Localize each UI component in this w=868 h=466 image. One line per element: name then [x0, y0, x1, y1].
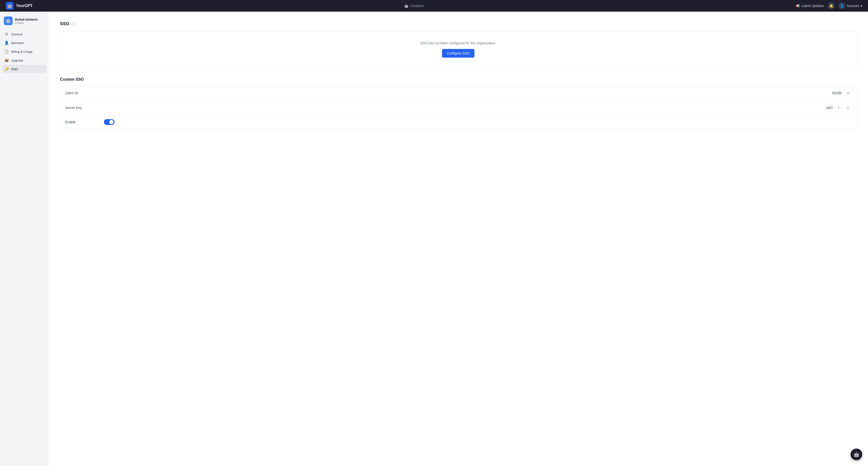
chat-fab-icon: 🤖	[854, 452, 860, 457]
upgrade-icon: 📦	[4, 58, 9, 62]
secret-key-value: efd7	[104, 106, 836, 110]
general-icon: ⚙	[4, 32, 9, 36]
app-name: YourGPT	[16, 4, 32, 8]
main-content: SSO i SSO has not been configured for th…	[49, 12, 868, 466]
sso-section-title: SSO i	[60, 21, 857, 26]
sso-label: SSO	[11, 67, 18, 71]
topnav-center: 🤖 Chatbots	[404, 4, 424, 8]
org-chevron-icon: ⌃	[42, 19, 44, 23]
chat-fab-button[interactable]: 🤖	[850, 448, 862, 460]
copy-icon: ⧉	[847, 91, 849, 95]
sso-notice-box: SSO has not been configured for this org…	[60, 31, 857, 68]
members-label: Members	[11, 41, 24, 45]
org-selector[interactable]: 🏢 Delta4 Infotech Creator ⌃	[0, 14, 48, 27]
sidebar-item-billing[interactable]: 📋 Billing & Usage	[2, 48, 46, 56]
bell-icon: 🔔	[829, 4, 833, 8]
secret-key-label: Secret Key	[65, 106, 104, 110]
org-role: Creator	[15, 21, 39, 24]
topnav-logo-area: 🤖 YourGPT	[6, 2, 32, 10]
sidebar: 🏢 Delta4 Infotech Creator ⌃ ⚙ General 👤 …	[0, 12, 49, 466]
chatbots-icon: 🤖	[404, 4, 408, 8]
user-icon: 👤	[840, 4, 844, 8]
app-layout: 🏢 Delta4 Infotech Creator ⌃ ⚙ General 👤 …	[0, 0, 868, 466]
org-info: Delta4 Infotech Creator	[15, 18, 39, 24]
topnav-right: 📢 Latest Updates 🔔 👤 Account ▾	[796, 2, 862, 9]
client-id-actions: ⧉	[844, 90, 851, 96]
billing-icon: 📋	[4, 50, 9, 54]
megaphone-icon: 📢	[796, 4, 800, 8]
account-chevron-icon: ▾	[861, 4, 862, 8]
enable-row: Enable	[60, 115, 856, 129]
configure-sso-button[interactable]: Configure SSO	[442, 49, 474, 58]
general-label: General	[11, 32, 22, 36]
sidebar-item-sso[interactable]: 🔑 SSO	[2, 65, 46, 73]
app-logo-icon: 🤖	[6, 2, 13, 10]
billing-label: Billing & Usage	[11, 50, 32, 54]
refresh-icon: ↻	[838, 106, 841, 110]
secret-key-row: Secret Key efd7 ↻ ⧉	[60, 100, 856, 115]
enable-label: Enable	[65, 120, 104, 124]
account-avatar: 👤	[838, 2, 845, 9]
custom-sso-box: Client ID 932d5 ⧉ Secret Key efd7 ↻	[60, 86, 857, 129]
client-id-value: 932d5	[104, 91, 844, 95]
sidebar-nav: ⚙ General 👤 Members 📋 Billing & Usage 📦 …	[0, 29, 48, 74]
sso-notice-text: SSO has not been configured for this org…	[66, 41, 850, 45]
topnav: 🤖 YourGPT 🤖 Chatbots 📢 Latest Updates 🔔 …	[0, 0, 868, 12]
org-icon: 🏢	[4, 17, 12, 25]
members-icon: 👤	[4, 41, 9, 45]
secret-key-refresh-button[interactable]: ↻	[836, 104, 843, 111]
latest-updates-button[interactable]: 📢 Latest Updates	[796, 4, 824, 8]
copy-icon: ⧉	[847, 106, 849, 110]
client-id-label: Client ID	[65, 91, 104, 95]
secret-key-copy-button[interactable]: ⧉	[844, 104, 851, 111]
sso-icon: 🔑	[4, 67, 9, 71]
custom-sso-title: Custom SSO	[60, 77, 857, 82]
sidebar-item-members[interactable]: 👤 Members	[2, 39, 46, 47]
secret-key-actions: ↻ ⧉	[836, 104, 851, 111]
org-name: Delta4 Infotech	[15, 18, 39, 21]
notifications-button[interactable]: 🔔	[828, 2, 835, 9]
chatbots-label: Chatbots	[410, 4, 424, 8]
client-id-copy-button[interactable]: ⧉	[844, 90, 851, 96]
client-id-row: Client ID 932d5 ⧉	[60, 86, 856, 100]
enable-toggle[interactable]	[104, 119, 115, 125]
enable-toggle-control[interactable]	[104, 119, 115, 125]
account-button[interactable]: 👤 Account ▾	[838, 2, 862, 9]
sso-info-icon[interactable]: i	[71, 22, 75, 26]
sidebar-item-general[interactable]: ⚙ General	[2, 30, 46, 38]
toggle-thumb	[109, 120, 114, 124]
upgrade-label: Upgrade	[11, 59, 23, 62]
sidebar-item-upgrade[interactable]: 📦 Upgrade	[2, 56, 46, 64]
